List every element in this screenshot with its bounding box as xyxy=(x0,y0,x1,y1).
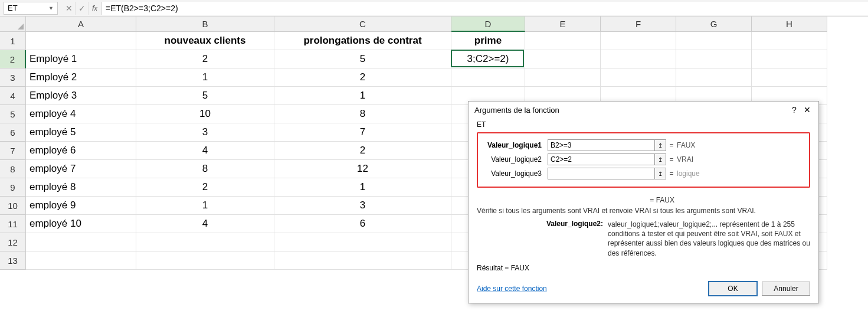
cell-C13[interactable] xyxy=(274,251,451,270)
cell-E2[interactable] xyxy=(525,50,601,68)
arg-input-1[interactable] xyxy=(548,139,655,151)
row-header-12[interactable]: 12 xyxy=(0,233,26,251)
cell-C6[interactable]: 7 xyxy=(274,123,451,142)
cell-B11[interactable]: 4 xyxy=(136,215,274,233)
row-header-2[interactable]: 2 xyxy=(0,50,26,68)
ok-button[interactable]: OK xyxy=(709,282,757,296)
row-header-5[interactable]: 5 xyxy=(0,105,26,123)
cell-H3[interactable] xyxy=(752,68,827,87)
cell-C11[interactable]: 6 xyxy=(274,215,451,233)
row-header-7[interactable]: 7 xyxy=(0,142,26,160)
cell-A13[interactable] xyxy=(26,251,136,270)
cell-B13[interactable] xyxy=(136,251,274,270)
cell-B3[interactable]: 1 xyxy=(136,68,274,87)
cell-B8[interactable]: 8 xyxy=(136,160,274,178)
col-header-G[interactable]: G xyxy=(676,17,752,32)
dialog-body: ET Valeur_logique1↥=FAUXValeur_logique2↥… xyxy=(469,117,818,282)
row-header-10[interactable]: 10 xyxy=(0,197,26,215)
cell-A11[interactable]: employé 10 xyxy=(26,215,136,233)
cell-C9[interactable]: 1 xyxy=(274,178,451,197)
dialog-titlebar[interactable]: Arguments de la fonction ? ✕ xyxy=(469,102,818,117)
cell-H2[interactable] xyxy=(752,50,827,68)
cell-C12[interactable] xyxy=(274,233,451,251)
col-header-B[interactable]: B xyxy=(136,17,274,32)
formula-bar: ET ▼ ✕ ✓ fx =ET(B2>=3;C2>=2) xyxy=(0,0,868,17)
cancel-button[interactable]: Annuler xyxy=(762,282,810,296)
cell-A4[interactable]: Employé 3 xyxy=(26,87,136,105)
col-header-E[interactable]: E xyxy=(525,17,601,32)
select-all-button[interactable] xyxy=(0,17,26,32)
row-header-9[interactable]: 9 xyxy=(0,178,26,197)
cell-A8[interactable]: employé 7 xyxy=(26,160,136,178)
formula-input[interactable]: =ET(B2>=3;C2>=2) xyxy=(101,2,868,15)
cell-B5[interactable]: 10 xyxy=(136,105,274,123)
cell-A6[interactable]: employé 5 xyxy=(26,123,136,142)
cell-A10[interactable]: employé 9 xyxy=(26,197,136,215)
column-headers: ABCDEFGH xyxy=(26,17,827,32)
arg-label: Valeur_logique1 xyxy=(484,141,548,149)
cell-F1[interactable] xyxy=(601,32,676,50)
col-header-F[interactable]: F xyxy=(601,17,676,32)
cell-B12[interactable] xyxy=(136,233,274,251)
cell-C2[interactable]: 5 xyxy=(274,50,451,68)
cell-A12[interactable] xyxy=(26,233,136,251)
cell-B10[interactable]: 1 xyxy=(136,197,274,215)
dialog-help-button[interactable]: ? xyxy=(788,105,801,115)
cancel-formula-button[interactable]: ✕ xyxy=(63,2,76,15)
col-header-A[interactable]: A xyxy=(26,17,136,32)
help-link[interactable]: Aide sur cette fonction xyxy=(477,285,704,293)
dialog-close-button[interactable]: ✕ xyxy=(801,105,814,115)
cell-D2[interactable]: 3;C2>=2) xyxy=(451,50,525,68)
arg-row-3: Valeur_logique3↥=logique xyxy=(484,168,803,179)
cell-A3[interactable]: Employé 2 xyxy=(26,68,136,87)
arg-result: VRAI xyxy=(677,155,693,164)
cell-G2[interactable] xyxy=(676,50,752,68)
cell-A7[interactable]: employé 6 xyxy=(26,142,136,160)
cell-C8[interactable]: 12 xyxy=(274,160,451,178)
name-box[interactable]: ET ▼ xyxy=(4,2,58,15)
row-header-4[interactable]: 4 xyxy=(0,87,26,105)
accept-formula-button[interactable]: ✓ xyxy=(76,2,89,15)
cell-B7[interactable]: 4 xyxy=(136,142,274,160)
cell-C10[interactable]: 3 xyxy=(274,197,451,215)
row-header-13[interactable]: 13 xyxy=(0,251,26,270)
cell-C1[interactable]: prolongations de contrat xyxy=(274,32,451,50)
cell-B1[interactable]: nouveaux clients xyxy=(136,32,274,50)
insert-function-button[interactable]: fx xyxy=(89,2,101,15)
cell-B4[interactable]: 5 xyxy=(136,87,274,105)
col-header-C[interactable]: C xyxy=(274,17,451,32)
cell-A2[interactable]: Employé 1 xyxy=(26,50,136,68)
cell-E1[interactable] xyxy=(525,32,601,50)
col-header-H[interactable]: H xyxy=(752,17,827,32)
cell-B9[interactable]: 2 xyxy=(136,178,274,197)
row-header-8[interactable]: 8 xyxy=(0,160,26,178)
cell-E3[interactable] xyxy=(525,68,601,87)
cell-F2[interactable] xyxy=(601,50,676,68)
row-header-3[interactable]: 3 xyxy=(0,68,26,87)
cell-C3[interactable]: 2 xyxy=(274,68,451,87)
cell-B2[interactable]: 2 xyxy=(136,50,274,68)
cell-C4[interactable]: 1 xyxy=(274,87,451,105)
cell-G1[interactable] xyxy=(676,32,752,50)
cell-C5[interactable]: 8 xyxy=(274,105,451,123)
cell-D3[interactable] xyxy=(451,68,525,87)
arg-input-3[interactable] xyxy=(548,168,655,179)
cell-A5[interactable]: employé 4 xyxy=(26,105,136,123)
row-header-11[interactable]: 11 xyxy=(0,215,26,233)
cell-A1[interactable] xyxy=(26,32,136,50)
col-header-D[interactable]: D xyxy=(451,17,525,32)
range-select-icon[interactable]: ↥ xyxy=(654,153,666,165)
cell-D1[interactable]: prime xyxy=(451,32,525,50)
range-select-icon[interactable]: ↥ xyxy=(654,139,666,151)
cell-F3[interactable] xyxy=(601,68,676,87)
row-header-1[interactable]: 1 xyxy=(0,32,26,50)
cell-G3[interactable] xyxy=(676,68,752,87)
range-select-icon[interactable]: ↥ xyxy=(654,168,666,179)
cell-H1[interactable] xyxy=(752,32,827,50)
row-header-6[interactable]: 6 xyxy=(0,123,26,142)
cell-C7[interactable]: 2 xyxy=(274,142,451,160)
cell-A9[interactable]: employé 8 xyxy=(26,178,136,197)
arg-input-2[interactable] xyxy=(548,153,655,165)
name-box-dropdown-icon[interactable]: ▼ xyxy=(48,5,54,11)
cell-B6[interactable]: 3 xyxy=(136,123,274,142)
